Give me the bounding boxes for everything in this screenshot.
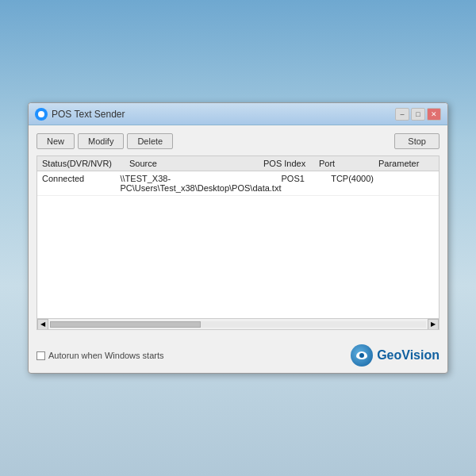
toolbar: New Modify Delete Stop [36, 133, 440, 149]
title-controls: – □ ✕ [395, 108, 441, 121]
title-left: POS Text Sender [35, 108, 125, 121]
stop-button[interactable]: Stop [394, 133, 440, 149]
data-table: Status(DVR/NVR) Source POS Index Port Pa… [36, 155, 440, 330]
toolbar-left: New Modify Delete [36, 133, 173, 149]
header-pos-index: POS Index [263, 159, 319, 168]
footer: Autorun when Windows starts GeoVision [29, 338, 447, 373]
cell-status-0: Connected [42, 174, 121, 193]
scroll-track[interactable] [50, 321, 426, 328]
table-header: Status(DVR/NVR) Source POS Index Port Pa… [37, 156, 439, 171]
minimize-button[interactable]: – [395, 108, 409, 121]
geovision-brand: GeoVision [351, 344, 440, 367]
maximize-button[interactable]: □ [411, 108, 425, 121]
main-window: POS Text Sender – □ ✕ New Modify Delete … [28, 102, 448, 374]
cell-parameter-0 [384, 174, 434, 193]
new-button[interactable]: New [36, 133, 75, 149]
scroll-left-arrow[interactable]: ◀ [37, 319, 48, 330]
logo-eye [356, 351, 367, 359]
logo-pupil [359, 353, 364, 358]
modify-button[interactable]: Modify [78, 133, 124, 149]
scroll-thumb[interactable] [50, 321, 201, 328]
autorun-row: Autorun when Windows starts [36, 351, 164, 360]
app-icon-inner [38, 111, 44, 117]
cell-port-0: TCP(4000) [331, 174, 384, 193]
table-row[interactable]: Connected \\TEST_X38-PC\Users\Test_x38\D… [37, 171, 439, 196]
delete-button[interactable]: Delete [127, 133, 173, 149]
app-icon [35, 108, 48, 121]
geovision-logo [351, 344, 373, 367]
content-area: New Modify Delete Stop Status(DVR/NVR) S… [29, 125, 447, 338]
title-bar: POS Text Sender – □ ✕ [29, 103, 447, 125]
autorun-label: Autorun when Windows starts [48, 351, 164, 360]
header-port: Port [319, 159, 378, 168]
header-status: Status(DVR/NVR) [42, 159, 129, 168]
autorun-checkbox[interactable] [36, 351, 45, 360]
close-button[interactable]: ✕ [427, 108, 441, 121]
cell-source-0: \\TEST_X38-PC\Users\Test_x38\Desktop\POS… [121, 174, 282, 193]
window-title: POS Text Sender [52, 109, 125, 120]
brand-name: GeoVision [377, 348, 440, 363]
header-source: Source [129, 159, 263, 168]
header-parameter: Parameter [378, 159, 434, 168]
horizontal-scrollbar[interactable]: ◀ ▶ [37, 318, 439, 329]
scroll-right-arrow[interactable]: ▶ [428, 319, 439, 330]
cell-pos-index-0: POS1 [281, 174, 331, 193]
